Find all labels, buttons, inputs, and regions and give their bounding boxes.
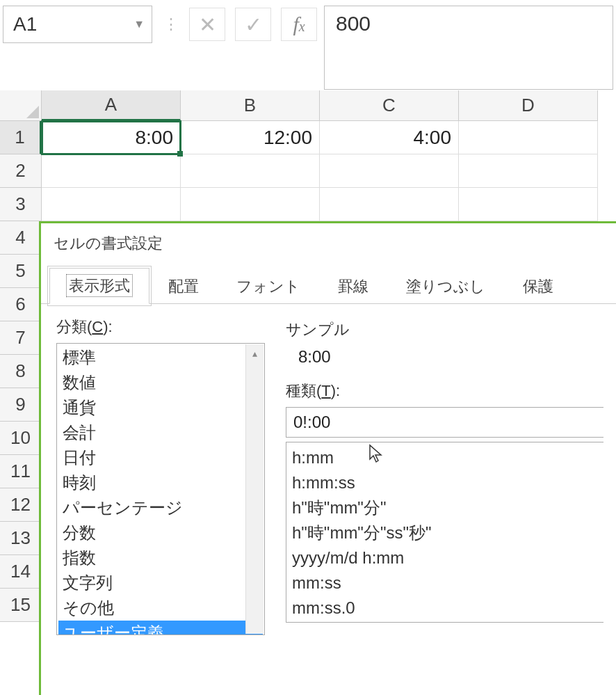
cell-B1[interactable]: 12:00	[181, 121, 320, 154]
grid-row: 2	[0, 154, 616, 188]
tab-border[interactable]: 罫線	[319, 269, 387, 304]
type-label: 種類(T):	[286, 381, 603, 401]
category-item[interactable]: 時刻	[58, 470, 263, 495]
x-icon: ✕	[199, 13, 216, 37]
cell-B3[interactable]	[181, 188, 320, 221]
row-header-6[interactable]: 6	[0, 288, 42, 321]
column-header-B[interactable]: B	[181, 90, 320, 121]
cell-C1[interactable]: 4:00	[320, 121, 459, 154]
cancel-formula-button[interactable]: ✕	[189, 8, 225, 41]
row-header-14[interactable]: 14	[0, 555, 42, 589]
formula-input[interactable]: 800	[324, 6, 613, 90]
cell-C2[interactable]	[320, 154, 459, 188]
cell-D1[interactable]	[459, 121, 598, 154]
tab-alignment[interactable]: 配置	[149, 269, 218, 304]
dialog-title: セルの書式設定	[41, 223, 616, 268]
row-header-4[interactable]: 4	[0, 221, 42, 255]
category-item[interactable]: 標準	[58, 345, 263, 370]
format-cells-dialog: セルの書式設定 表示形式 配置 フォント 罫線 塗りつぶし 保護 分類(C): …	[39, 221, 616, 695]
type-item[interactable]: @	[292, 621, 598, 623]
type-item[interactable]: mm:ss	[292, 570, 598, 596]
row-header-7[interactable]: 7	[0, 321, 42, 355]
column-header-A[interactable]: A	[42, 90, 181, 121]
type-item[interactable]: mm:ss.0	[292, 596, 598, 621]
category-item[interactable]: 指数	[58, 545, 263, 570]
format-detail-column: サンプル 8:00 種類(T): 0!:00 h:mmh:mm:ssh"時"mm…	[286, 317, 603, 635]
row-header-12[interactable]: 12	[0, 488, 42, 522]
type-input[interactable]: 0!:00	[286, 407, 603, 438]
category-item[interactable]: その他	[58, 596, 263, 621]
name-box-dropdown-icon[interactable]: ▼	[133, 18, 145, 31]
tab-protection[interactable]: 保護	[504, 269, 572, 304]
category-item[interactable]: 数値	[58, 370, 263, 395]
type-input-value: 0!:00	[293, 413, 330, 432]
row-header-2[interactable]: 2	[0, 154, 42, 188]
category-item[interactable]: 分数	[58, 520, 263, 545]
sample-label: サンプル	[286, 319, 603, 340]
column-headers: A B C D	[0, 90, 616, 121]
cell-D2[interactable]	[459, 154, 598, 188]
category-item[interactable]: パーセンテージ	[58, 495, 263, 520]
cell-B2[interactable]	[181, 154, 320, 188]
row-header-5[interactable]: 5	[0, 255, 42, 288]
cell-D3[interactable]	[459, 188, 598, 221]
tab-font[interactable]: フォント	[218, 269, 319, 304]
column-header-D[interactable]: D	[459, 90, 598, 121]
cell-A3[interactable]	[42, 188, 181, 221]
category-scrollbar[interactable]: ▴	[245, 344, 264, 634]
sample-value: 8:00	[286, 347, 603, 367]
row-header-13[interactable]: 13	[0, 522, 42, 555]
row-header-1[interactable]: 1	[0, 121, 42, 154]
type-item[interactable]: h:mm	[292, 445, 598, 470]
check-icon: ✓	[245, 13, 262, 37]
formula-bar-separator: ⋮	[163, 15, 179, 33]
insert-function-button[interactable]: fx	[281, 8, 317, 41]
type-item[interactable]: h"時"mm"分"ss"秒"	[292, 520, 598, 545]
tab-fill[interactable]: 塗りつぶし	[387, 269, 504, 304]
scroll-up-icon[interactable]: ▴	[246, 344, 264, 362]
row-header-15[interactable]: 15	[0, 589, 42, 622]
sample-group: サンプル 8:00	[286, 317, 603, 367]
cell-C3[interactable]	[320, 188, 459, 221]
name-box-value: A1	[13, 13, 37, 35]
row-header-8[interactable]: 8	[0, 355, 42, 388]
category-item[interactable]: 文字列	[58, 570, 263, 596]
select-all-corner[interactable]	[0, 90, 42, 121]
type-listbox[interactable]: h:mmh:mm:ssh"時"mm"分"h"時"mm"分"ss"秒"yyyy/m…	[286, 442, 603, 623]
category-item[interactable]: 会計	[58, 420, 263, 445]
dialog-tabs: 表示形式 配置 フォント 罫線 塗りつぶし 保護	[41, 268, 616, 304]
category-item[interactable]: 通貨	[58, 395, 263, 420]
type-item[interactable]: h:mm:ss	[292, 470, 598, 495]
category-label: 分類(C):	[56, 317, 265, 337]
row-header-9[interactable]: 9	[0, 388, 42, 422]
row-header-10[interactable]: 10	[0, 422, 42, 455]
mouse-pointer-icon	[368, 444, 384, 471]
category-column: 分類(C): 標準数値通貨会計日付時刻パーセンテージ分数指数文字列その他ユーザー…	[56, 317, 265, 635]
fx-icon: fx	[293, 13, 305, 36]
row-header-3[interactable]: 3	[0, 188, 42, 221]
formula-bar: A1 ▼ ⋮ ✕ ✓ fx 800	[0, 0, 616, 90]
category-listbox[interactable]: 標準数値通貨会計日付時刻パーセンテージ分数指数文字列その他ユーザー定義 ▴	[56, 343, 265, 635]
category-item[interactable]: 日付	[58, 445, 263, 470]
category-item[interactable]: ユーザー定義	[58, 621, 263, 635]
tab-number-format[interactable]: 表示形式	[49, 268, 149, 304]
type-item[interactable]: yyyy/m/d h:mm	[292, 545, 598, 570]
name-box[interactable]: A1 ▼	[3, 6, 152, 43]
type-item[interactable]: h"時"mm"分"	[292, 495, 598, 520]
cell-A1[interactable]: 8:00	[42, 121, 181, 154]
column-header-C[interactable]: C	[320, 90, 459, 121]
row-header-11[interactable]: 11	[0, 455, 42, 488]
cell-A2[interactable]	[42, 154, 181, 188]
formula-value: 800	[336, 12, 371, 35]
formula-bar-buttons: ⋮ ✕ ✓ fx	[159, 6, 317, 43]
grid-row: 18:0012:004:00	[0, 121, 616, 154]
grid-row: 3	[0, 188, 616, 221]
accept-formula-button[interactable]: ✓	[235, 8, 271, 41]
dialog-body: 分類(C): 標準数値通貨会計日付時刻パーセンテージ分数指数文字列その他ユーザー…	[41, 304, 616, 635]
